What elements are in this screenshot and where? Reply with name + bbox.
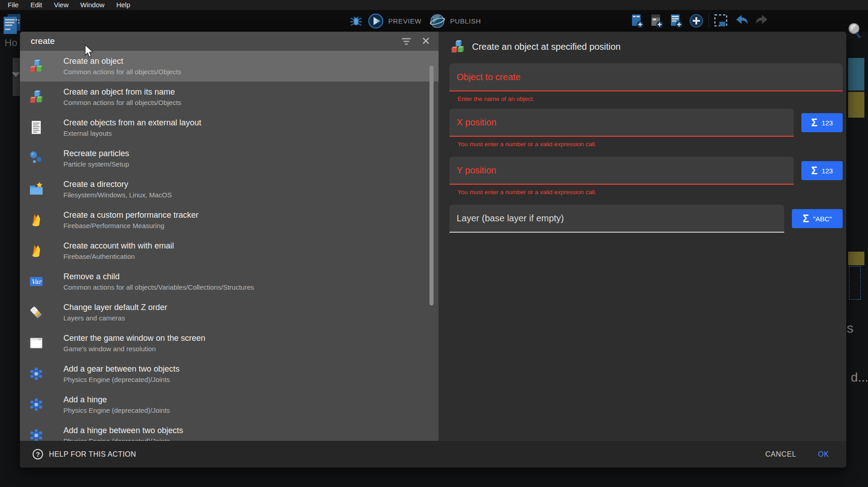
filter-icon[interactable] (400, 37, 412, 46)
dialog-footer: ? HELP FOR THIS ACTION CANCEL OK (20, 441, 846, 468)
chevron-down-icon (12, 72, 20, 77)
action-list-item[interactable]: Change layer default Z orderLayers and c… (20, 297, 439, 328)
eraser-icon (28, 304, 44, 320)
add-external-events-icon[interactable] (649, 13, 665, 29)
action-list-item[interactable]: Create account with with emailFirebase/A… (20, 235, 439, 266)
debug-icon[interactable] (349, 13, 363, 29)
x-expression-button[interactable]: Σ 123 (801, 113, 843, 132)
scene-object-olive (848, 92, 864, 118)
gear-icon (28, 427, 44, 441)
layer-expression-button[interactable]: Σ "ABC" (792, 209, 843, 228)
action-list-item[interactable]: Create an object from its nameCommon act… (20, 81, 439, 112)
gear-icon (28, 366, 44, 382)
cubes-icon (28, 58, 44, 74)
scene-text-partial: s (847, 320, 854, 336)
search-input[interactable] (31, 36, 400, 46)
folder-star-icon (28, 181, 44, 197)
search-bar: ✕ (20, 32, 439, 51)
document-icon (28, 119, 44, 136)
variable-icon: Var (28, 273, 44, 290)
action-config-pane: Create an object at specified position O… (439, 32, 846, 468)
menu-bar: FileEditViewWindowHelp (0, 0, 868, 10)
action-list-item[interactable]: Create an objectCommon actions for all o… (20, 51, 439, 81)
action-list: Create an objectCommon actions for all o… (20, 51, 439, 441)
help-for-this-action-button[interactable]: ? HELP FOR THIS ACTION (33, 449, 136, 459)
sigma-icon: Σ (803, 213, 809, 225)
firebase-icon (28, 212, 44, 228)
action-list-item[interactable]: Add a hinge between two objectsPhysics E… (20, 420, 439, 441)
publish-globe-icon[interactable] (429, 13, 446, 29)
menu-item-window[interactable]: Window (74, 0, 110, 10)
action-list-item[interactable]: Add a hingePhysics Engine (deprecated)/J… (20, 389, 439, 420)
sigma-icon: Σ (811, 117, 818, 129)
add-circle-icon[interactable] (688, 13, 704, 29)
cancel-button[interactable]: CANCEL (765, 450, 796, 458)
undo-icon[interactable] (733, 13, 750, 29)
redo-icon[interactable] (754, 13, 770, 29)
selection-icon[interactable] (713, 13, 729, 29)
x-position-field[interactable]: X position (449, 109, 794, 137)
menu-item-help[interactable]: Help (111, 0, 136, 10)
action-list-item[interactable]: Recreate particlesParticle system/Setup (20, 143, 439, 174)
add-external-layout-icon[interactable] (669, 13, 684, 29)
x-field-error: You must enter a number or a valid expre… (458, 141, 843, 148)
y-position-field[interactable]: Y position (449, 157, 794, 185)
object-field-helper: Enter the name of an object. (458, 95, 843, 102)
layer-field[interactable]: Layer (base layer if empty) (449, 205, 784, 233)
firebase-icon (28, 243, 44, 259)
menu-item-edit[interactable]: Edit (24, 0, 48, 10)
panel-title: Create an object at specified position (472, 42, 621, 52)
cubes-icon (28, 89, 44, 105)
background-panel-edge (13, 58, 20, 96)
project-manager-icon[interactable] (2, 14, 22, 34)
toolbar-separator (709, 14, 709, 28)
add-scene-icon[interactable] (630, 13, 645, 29)
action-list-item[interactable]: Create a directoryFilesystem/Windows, Li… (20, 174, 439, 205)
scene-text-partial: d... (851, 370, 868, 385)
gear-icon (28, 396, 44, 413)
menu-item-view[interactable]: View (48, 0, 74, 10)
screen: FileEditViewWindowHelp PREVIEW PUBLISH (0, 0, 868, 487)
y-expression-button[interactable]: Σ 123 (801, 161, 843, 180)
sigma-icon: Σ (811, 165, 818, 177)
scene-object-olive (848, 252, 864, 265)
home-tab-partial: Ho (5, 37, 17, 49)
search-magnifier-icon[interactable] (846, 22, 864, 41)
instruction-editor-dialog: ✕ Create an objectCommon actions for all… (20, 32, 846, 468)
scene-editor-remnant: s d... (846, 32, 868, 487)
action-list-item[interactable]: Add a gear between two objectsPhysics En… (20, 358, 439, 389)
particles-icon (28, 150, 44, 167)
object-to-create-field[interactable]: Object to create (449, 63, 843, 91)
preview-button[interactable]: PREVIEW (388, 17, 421, 25)
action-list-item[interactable]: Center the game window on the screenGame… (20, 328, 439, 358)
action-list-item[interactable]: Create objects from an external layoutEx… (20, 112, 439, 143)
ok-button[interactable]: OK (818, 450, 829, 458)
publish-button[interactable]: PUBLISH (450, 17, 481, 25)
svg-text:Var: Var (31, 278, 42, 285)
scene-selection-outline (849, 266, 861, 300)
y-field-error: You must enter a number or a valid expre… (458, 189, 843, 196)
cubes-icon (449, 38, 466, 55)
action-chooser-pane: ✕ Create an objectCommon actions for all… (20, 32, 439, 468)
scene-object-teal (848, 58, 864, 91)
window-icon (28, 335, 44, 351)
action-list-item[interactable]: Create a custom performance trackerFireb… (20, 205, 439, 235)
action-list-item[interactable]: Var Remove a childCommon actions for all… (20, 266, 439, 297)
question-circle-icon: ? (33, 449, 43, 459)
close-icon[interactable]: ✕ (421, 36, 430, 47)
menu-item-file[interactable]: File (2, 0, 24, 10)
toolbar: PREVIEW PUBLISH (0, 10, 868, 32)
list-scrollbar[interactable] (429, 66, 434, 306)
preview-play-icon[interactable] (367, 13, 384, 29)
